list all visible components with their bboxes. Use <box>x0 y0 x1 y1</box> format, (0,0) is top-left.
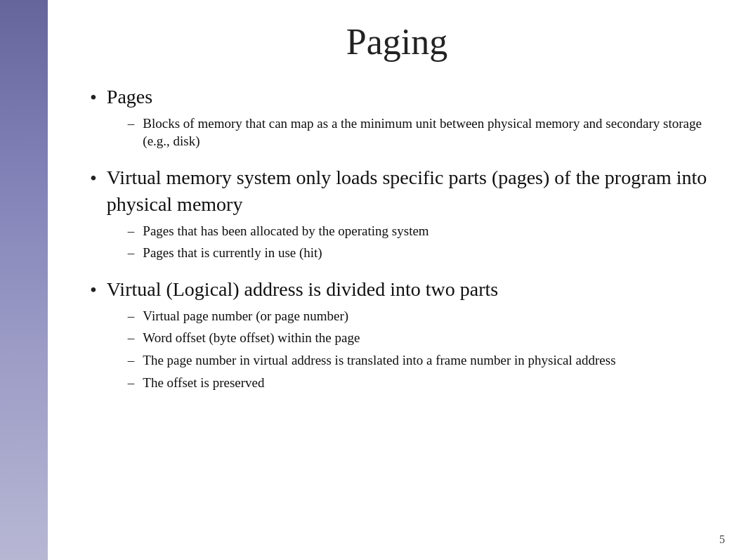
bullet-logical-address: • Virtual (Logical) address is divided i… <box>90 276 711 396</box>
bullet-logical-text: Virtual (Logical) address is divided int… <box>107 278 498 300</box>
bullet-in-use: – Pages that is currently in use (hit) <box>128 244 711 262</box>
dash-word-offset: – <box>128 329 135 347</box>
bullet-vpn: – Virtual page number (or page number) <box>128 307 616 325</box>
main-content: Paging • Pages – Blocks of memory that c… <box>48 0 746 560</box>
page-number: 5 <box>719 533 725 546</box>
bullet-page-translated-text: The page number in virtual address is tr… <box>143 351 615 370</box>
bullet-word-offset: – Word offset (byte offset) within the p… <box>128 329 616 347</box>
bullet-virtual-text: Virtual memory system only loads specifi… <box>107 167 707 215</box>
bullet-virtual-memory: • Virtual memory system only loads speci… <box>90 164 711 266</box>
sidebar-accent <box>0 0 48 560</box>
bullet-dot-virtual: • <box>90 166 97 191</box>
dash-blocks: – <box>128 115 135 133</box>
bullet-pages-text: Pages <box>107 86 152 108</box>
sub-bullets-virtual: – Pages that has been allocated by the o… <box>128 222 711 262</box>
sub-bullets-logical: – Virtual page number (or page number) –… <box>128 307 616 392</box>
bullet-dot-pages: • <box>90 85 97 110</box>
dash-allocated: – <box>128 222 135 240</box>
slide-title: Paging <box>83 21 711 63</box>
dash-page-translated: – <box>128 351 135 370</box>
dash-vpn: – <box>128 307 135 325</box>
sub-bullets-pages: – Blocks of memory that can map as a the… <box>128 115 711 150</box>
dash-offset-preserved: – <box>128 374 135 392</box>
bullet-page-translated: – The page number in virtual address is … <box>128 351 616 370</box>
bullet-word-offset-text: Word offset (byte offset) within the pag… <box>143 329 360 347</box>
content-area: • Pages – Blocks of memory that can map … <box>83 84 711 396</box>
bullet-allocated: – Pages that has been allocated by the o… <box>128 222 711 240</box>
bullet-blocks: – Blocks of memory that can map as a the… <box>128 115 711 150</box>
bullet-offset-preserved-text: The offset is preserved <box>143 374 264 392</box>
bullet-offset-preserved: – The offset is preserved <box>128 374 616 392</box>
bullet-blocks-text: Blocks of memory that can map as a the m… <box>143 115 711 150</box>
bullet-in-use-text: Pages that is currently in use (hit) <box>143 244 322 262</box>
bullet-pages: • Pages – Blocks of memory that can map … <box>90 84 711 155</box>
bullet-vpn-text: Virtual page number (or page number) <box>143 307 348 325</box>
bullet-dot-logical: • <box>90 278 97 303</box>
dash-in-use: – <box>128 244 135 262</box>
bullet-allocated-text: Pages that has been allocated by the ope… <box>143 222 428 240</box>
